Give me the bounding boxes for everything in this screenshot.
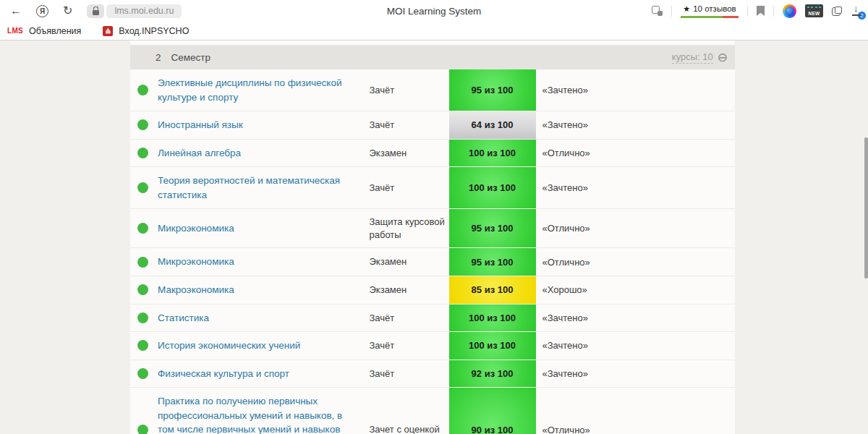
- course-link[interactable]: Теория вероятностей и математическая ста…: [158, 167, 362, 208]
- course-row: Иностранный язык Зачёт 64 из 100 «Зачтен…: [130, 111, 735, 140]
- status-dot-cell: [130, 388, 158, 434]
- courses-count-link[interactable]: курсы: 10: [672, 51, 713, 64]
- assessment-type: Защита курсовой работы: [362, 209, 449, 247]
- status-dot-cell: [130, 248, 158, 276]
- bookmark-label: Вход.INPSYCHO: [119, 26, 189, 36]
- status-dot-cell: [130, 305, 158, 332]
- course-row: Микроэкономика Экзамен 95 из 100 «Отличн…: [130, 248, 735, 276]
- bookmark-icon[interactable]: [757, 6, 765, 16]
- toolbar-separator: [671, 6, 672, 17]
- side-panel-icon[interactable]: [832, 7, 842, 16]
- downloads-button[interactable]: ↓ 2: [851, 4, 867, 19]
- download-arrow-icon: ↓: [854, 3, 859, 14]
- toolbar-separator: [773, 6, 774, 17]
- score-badge: 95 из 100: [449, 248, 536, 276]
- assessment-type: Зачёт: [362, 360, 449, 388]
- score-badge: 85 из 100: [449, 276, 536, 304]
- status-dot-icon: [137, 223, 148, 234]
- refresh-icon[interactable]: ↻: [63, 5, 72, 17]
- status-dot-icon: [137, 148, 148, 158]
- bookmark-label: Объявления: [29, 26, 81, 36]
- status-dot-cell: [130, 69, 158, 111]
- status-dot-icon: [137, 119, 148, 130]
- status-dot-icon: [137, 312, 148, 323]
- course-row: Линейная алгебра Экзамен 100 из 100 «Отл…: [130, 140, 735, 168]
- course-table: Элективные дисциплины по физической куль…: [130, 69, 735, 434]
- status-dot-cell: [130, 360, 158, 388]
- toolbar-left-group: ← Я ↻ lms.moi.edu.ru: [0, 4, 182, 18]
- toolbar-right-group: ★ 10 отзывов NEW ↓ 2: [652, 4, 868, 19]
- assessment-type: Зачёт: [362, 111, 449, 139]
- course-link[interactable]: Линейная алгебра: [158, 140, 362, 167]
- collapse-semester-icon[interactable]: ⊖: [718, 51, 728, 64]
- score-badge: 92 из 100: [449, 360, 536, 388]
- assessment-type: Зачёт: [362, 332, 449, 359]
- status-dot-icon: [137, 257, 148, 268]
- semester-number: 2: [156, 52, 161, 63]
- grade-label: «Зачтено»: [536, 69, 736, 111]
- status-dot-cell: [130, 111, 158, 139]
- course-link[interactable]: Микроэкономика: [158, 248, 362, 276]
- reviews-count-label: 10 отзывов: [693, 4, 736, 13]
- url-text[interactable]: lms.moi.edu.ru: [106, 4, 182, 18]
- assessment-type: Экзамен: [362, 140, 449, 167]
- grade-label: «Зачтено»: [536, 305, 736, 332]
- grade-label: «Хорошо»: [536, 276, 736, 304]
- course-link[interactable]: Микроэкономика: [158, 209, 362, 247]
- back-icon[interactable]: ←: [10, 5, 22, 17]
- download-count-badge: 2: [857, 11, 867, 20]
- score-badge: 95 из 100: [449, 209, 536, 247]
- address-bar[interactable]: lms.moi.edu.ru: [87, 4, 182, 18]
- assessment-type: Экзамен: [362, 248, 449, 276]
- course-link[interactable]: Статистика: [158, 305, 362, 332]
- course-link[interactable]: Иностранный язык: [158, 111, 362, 139]
- assessment-type: Экзамен: [362, 276, 449, 304]
- status-dot-cell: [130, 332, 158, 359]
- score-badge: 95 из 100: [449, 69, 536, 111]
- reviews-rating-bar: [681, 16, 739, 18]
- extension-color-circle-icon[interactable]: [783, 4, 796, 18]
- bookmark-item-announcements[interactable]: LMS Объявления: [7, 26, 81, 36]
- partial-scrolled-row: [130, 41, 735, 46]
- browser-toolbar: ← Я ↻ lms.moi.edu.ru MOI Learning System…: [0, 0, 868, 22]
- grade-label: «Зачтено»: [536, 111, 736, 139]
- status-dot-cell: [130, 209, 158, 247]
- course-link[interactable]: Физическая культура и спорт: [158, 360, 362, 388]
- course-link[interactable]: История экономических учений: [158, 332, 362, 359]
- new-badge-label: NEW: [808, 11, 820, 16]
- grade-label: «Зачтено»: [536, 332, 736, 359]
- course-row: История экономических учений Зачёт 100 и…: [130, 332, 735, 360]
- scrollbar-thumb[interactable]: [864, 137, 868, 278]
- semester-label: Семестр: [171, 52, 211, 63]
- score-badge: 100 из 100: [449, 332, 536, 359]
- course-link[interactable]: Макроэкономика: [158, 276, 362, 304]
- assessment-type: Зачёт: [362, 69, 449, 111]
- inpsycho-crest-icon: [103, 26, 113, 36]
- page-title: MOI Learning System: [387, 6, 482, 17]
- toolbar-separator: [747, 6, 748, 17]
- course-row: Элективные дисциплины по физической куль…: [130, 69, 735, 111]
- course-row: Теория вероятностей и математическая ста…: [130, 167, 735, 209]
- status-dot-icon: [137, 340, 148, 351]
- grades-panel: 2 Семестр курсы: 10 ⊖ Элективные дисципл…: [130, 41, 735, 434]
- assessment-type: Зачёт: [362, 305, 449, 332]
- score-badge: 64 из 100: [449, 111, 536, 139]
- status-dot-icon: [137, 85, 148, 95]
- extension-new-icon[interactable]: NEW: [805, 4, 823, 17]
- course-row: Практика по получению первичных професси…: [130, 388, 735, 434]
- bookmark-item-inpsycho[interactable]: Вход.INPSYCHO: [103, 26, 189, 36]
- grade-label: «Отлично»: [536, 209, 736, 247]
- assessment-type: Зачет с оценкой: [362, 388, 449, 434]
- ssl-lock-badge[interactable]: [87, 4, 104, 18]
- site-reviews-widget[interactable]: ★ 10 отзывов: [681, 4, 739, 18]
- course-link[interactable]: Практика по получению первичных професси…: [158, 388, 362, 434]
- yandex-browser-icon[interactable]: Я: [36, 5, 48, 17]
- lms-page: 2 Семестр курсы: 10 ⊖ Элективные дисципл…: [0, 41, 868, 434]
- course-link[interactable]: Элективные дисциплины по физической куль…: [158, 69, 362, 111]
- score-badge: 100 из 100: [449, 140, 536, 167]
- status-dot-icon: [137, 425, 148, 434]
- status-dot-cell: [130, 140, 158, 167]
- grade-label: «Отлично»: [536, 248, 736, 276]
- protect-icon[interactable]: [652, 6, 663, 16]
- score-badge: 90 из 100: [449, 388, 536, 434]
